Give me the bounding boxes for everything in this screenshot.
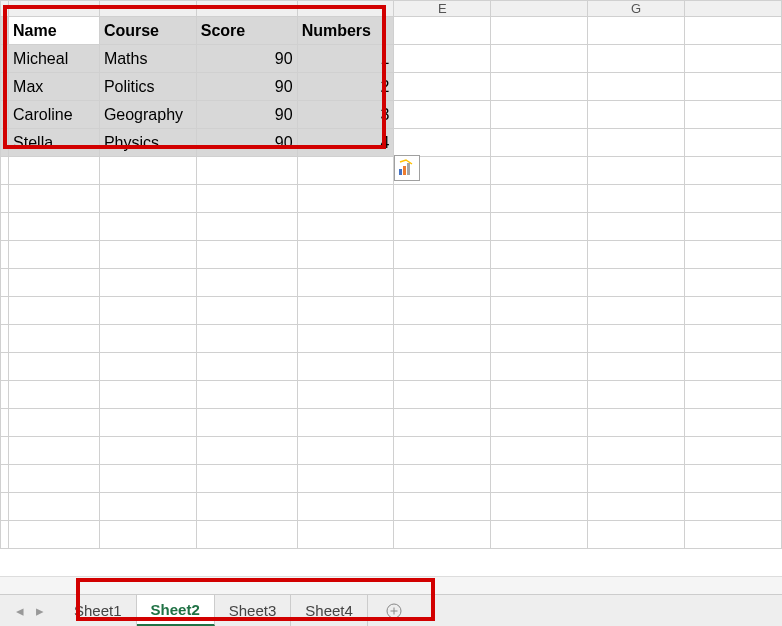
header-name[interactable]: Name: [9, 17, 100, 45]
cell[interactable]: [1, 185, 9, 213]
cell[interactable]: [588, 521, 685, 549]
cell[interactable]: [394, 73, 491, 101]
cell[interactable]: [297, 409, 394, 437]
cell[interactable]: [99, 157, 196, 185]
cell-score[interactable]: 90: [196, 129, 297, 157]
cell[interactable]: [491, 409, 588, 437]
tab-sheet2[interactable]: Sheet2: [137, 595, 215, 626]
tab-scroll-left-icon[interactable]: ◂: [10, 602, 30, 620]
cell[interactable]: [588, 185, 685, 213]
cell[interactable]: [297, 437, 394, 465]
row-head[interactable]: [1, 101, 9, 129]
cell[interactable]: [297, 269, 394, 297]
cell[interactable]: [9, 185, 100, 213]
cell[interactable]: [588, 465, 685, 493]
cell[interactable]: [196, 185, 297, 213]
cell[interactable]: [196, 493, 297, 521]
cell[interactable]: [9, 381, 100, 409]
cell[interactable]: [491, 269, 588, 297]
cell[interactable]: [588, 325, 685, 353]
cell[interactable]: [196, 381, 297, 409]
cell[interactable]: [491, 185, 588, 213]
new-sheet-button[interactable]: [368, 595, 420, 626]
cell[interactable]: [491, 73, 588, 101]
cell[interactable]: [394, 521, 491, 549]
cell[interactable]: [491, 381, 588, 409]
cell[interactable]: [196, 353, 297, 381]
cell[interactable]: [394, 465, 491, 493]
spreadsheet-grid[interactable]: E G Name Course Score Numbers Micheal Ma…: [0, 0, 782, 549]
cell[interactable]: [394, 45, 491, 73]
cell[interactable]: [297, 325, 394, 353]
quick-analysis-button[interactable]: [394, 155, 420, 181]
cell[interactable]: [196, 325, 297, 353]
cell[interactable]: [196, 269, 297, 297]
row-head[interactable]: [1, 73, 9, 101]
tab-sheet3[interactable]: Sheet3: [215, 595, 292, 626]
row-head[interactable]: [1, 45, 9, 73]
cell[interactable]: [9, 437, 100, 465]
cell[interactable]: [685, 325, 782, 353]
row-head[interactable]: [1, 17, 9, 45]
cell[interactable]: [297, 353, 394, 381]
cell[interactable]: [1, 353, 9, 381]
cell[interactable]: [491, 297, 588, 325]
col-header[interactable]: [196, 1, 297, 17]
cell-score[interactable]: 90: [196, 45, 297, 73]
cell[interactable]: [588, 353, 685, 381]
cell[interactable]: [685, 213, 782, 241]
cell[interactable]: [297, 465, 394, 493]
cell[interactable]: [394, 101, 491, 129]
tab-sheet4[interactable]: Sheet4: [291, 595, 368, 626]
cell[interactable]: [394, 185, 491, 213]
cell[interactable]: [394, 129, 491, 157]
col-header-rowhead[interactable]: [1, 1, 9, 17]
cell[interactable]: [99, 493, 196, 521]
cell[interactable]: [394, 297, 491, 325]
cell[interactable]: [685, 129, 782, 157]
row-head[interactable]: [1, 129, 9, 157]
cell[interactable]: [9, 241, 100, 269]
cell[interactable]: [685, 353, 782, 381]
cell-course[interactable]: Politics: [99, 73, 196, 101]
cell[interactable]: [196, 213, 297, 241]
cell-name[interactable]: Micheal: [9, 45, 100, 73]
cell[interactable]: [685, 521, 782, 549]
cell[interactable]: [99, 381, 196, 409]
col-header[interactable]: [685, 1, 782, 17]
cell[interactable]: [685, 101, 782, 129]
cell[interactable]: [491, 521, 588, 549]
cell[interactable]: [297, 157, 394, 185]
cell[interactable]: [1, 297, 9, 325]
cell[interactable]: [196, 521, 297, 549]
cell[interactable]: [491, 129, 588, 157]
cell-score[interactable]: 90: [196, 101, 297, 129]
cell-course[interactable]: Physics: [99, 129, 196, 157]
cell[interactable]: [1, 493, 9, 521]
cell[interactable]: [685, 437, 782, 465]
cell[interactable]: [196, 297, 297, 325]
cell[interactable]: [588, 45, 685, 73]
cell[interactable]: [297, 213, 394, 241]
cell-number[interactable]: 2: [297, 73, 394, 101]
cell[interactable]: [99, 213, 196, 241]
cell[interactable]: [491, 213, 588, 241]
cell[interactable]: [297, 241, 394, 269]
col-header[interactable]: [491, 1, 588, 17]
cell[interactable]: [394, 409, 491, 437]
cell[interactable]: [588, 157, 685, 185]
cell-score[interactable]: 90: [196, 73, 297, 101]
cell[interactable]: [394, 213, 491, 241]
cell[interactable]: [685, 157, 782, 185]
cell[interactable]: [1, 241, 9, 269]
cell[interactable]: [196, 241, 297, 269]
cell[interactable]: [685, 409, 782, 437]
cell[interactable]: [685, 465, 782, 493]
cell[interactable]: [685, 185, 782, 213]
col-header-g[interactable]: G: [588, 1, 685, 17]
cell[interactable]: [588, 409, 685, 437]
cell[interactable]: [196, 465, 297, 493]
cell[interactable]: [99, 241, 196, 269]
cell[interactable]: [99, 269, 196, 297]
cell[interactable]: [394, 493, 491, 521]
